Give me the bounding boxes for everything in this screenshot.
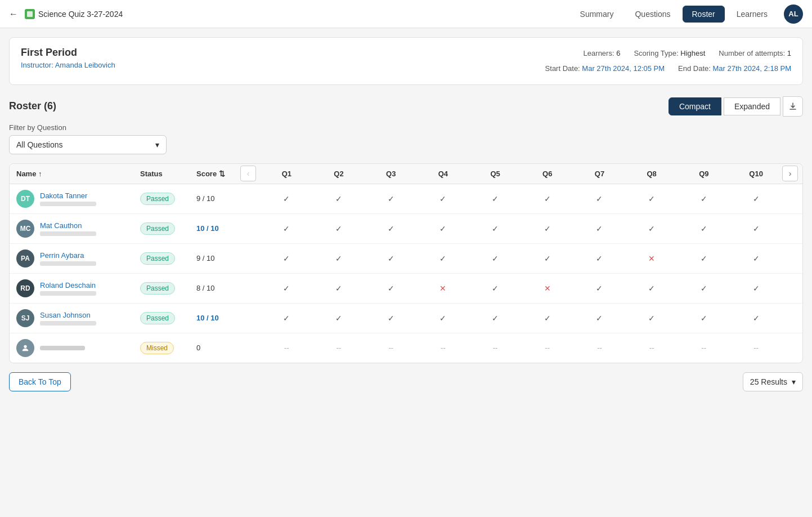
dash-icon: -- bbox=[649, 344, 654, 352]
question-cell-q4: -- bbox=[417, 333, 469, 363]
tab-learners[interactable]: Learners bbox=[727, 6, 777, 23]
check-icon: ✓ bbox=[439, 224, 446, 233]
question-cell-q5: ✓ bbox=[469, 273, 522, 303]
tab-questions[interactable]: Questions bbox=[625, 6, 680, 23]
avatar bbox=[16, 339, 34, 357]
check-icon: ✓ bbox=[388, 224, 394, 233]
tab-summary[interactable]: Summary bbox=[571, 6, 623, 23]
check-icon: ✓ bbox=[283, 254, 290, 263]
check-icon: ✓ bbox=[492, 314, 499, 323]
learner-name-cell: RDRoland Deschain bbox=[10, 273, 133, 303]
status-badge: Passed bbox=[140, 282, 175, 295]
question-cell-q9: ✓ bbox=[678, 243, 730, 273]
results-select[interactable]: 25 Results ▾ bbox=[743, 372, 803, 391]
col-nav-next: › bbox=[782, 164, 802, 184]
check-icon: ✓ bbox=[753, 254, 760, 263]
avatar: MC bbox=[16, 220, 34, 238]
avatar: RD bbox=[16, 279, 34, 297]
tab-roster[interactable]: Roster bbox=[683, 6, 725, 23]
check-icon: ✓ bbox=[283, 284, 290, 293]
results-value: 25 Results bbox=[750, 377, 787, 386]
compact-view-button[interactable]: Compact bbox=[669, 97, 721, 115]
quiz-title: Science Quiz 3-27-2024 bbox=[25, 9, 123, 19]
table-row: RDRoland DeschainPassed8 / 10✓✓✓✕✓✕✓✓✓✓ bbox=[10, 273, 802, 303]
next-questions-button[interactable]: › bbox=[782, 166, 798, 181]
check-icon: ✓ bbox=[648, 224, 655, 233]
col-nav-prev: ‹ bbox=[240, 164, 261, 184]
check-icon: ✓ bbox=[335, 314, 342, 323]
check-icon: ✓ bbox=[439, 194, 446, 203]
question-cell-q10: ✓ bbox=[730, 184, 782, 213]
question-cell-q10: ✓ bbox=[730, 243, 782, 273]
filter-label: Filter by Question bbox=[9, 123, 803, 132]
dash-icon: -- bbox=[753, 344, 759, 352]
question-cell-q2: ✓ bbox=[313, 213, 365, 243]
learner-name-link[interactable]: Perrin Aybara bbox=[40, 251, 96, 260]
status-cell: Passed bbox=[133, 303, 190, 333]
question-cell-q4: ✓ bbox=[417, 303, 469, 333]
class-title: First Period bbox=[21, 47, 115, 59]
col-q3: Q3 bbox=[365, 164, 417, 184]
check-icon: ✓ bbox=[283, 314, 290, 323]
learner-name-link[interactable]: Roland Deschain bbox=[40, 281, 96, 289]
check-icon: ✓ bbox=[439, 254, 446, 263]
roster-table: Name ↑ Status Score ⇅ ‹ Q1 Q2 Q3 Q4 Q5 Q… bbox=[10, 164, 802, 363]
svg-point-1 bbox=[24, 345, 26, 347]
back-arrow-icon: ← bbox=[9, 9, 18, 19]
status-cell: Missed bbox=[133, 333, 190, 363]
col-q7: Q7 bbox=[573, 164, 626, 184]
info-card: First Period Instructor: Amanda Leibovic… bbox=[9, 37, 803, 85]
svg-rect-0 bbox=[27, 11, 33, 17]
question-cell-q10: ✓ bbox=[730, 303, 782, 333]
question-cell-q8: ✓ bbox=[626, 273, 678, 303]
status-badge: Missed bbox=[140, 342, 174, 354]
scoring-info: Scoring Type: Highest bbox=[634, 47, 705, 60]
info-right: Learners: 6 Scoring Type: Highest Number… bbox=[545, 47, 791, 75]
back-to-top-button[interactable]: Back To Top bbox=[9, 372, 71, 391]
download-button[interactable] bbox=[783, 96, 803, 117]
dash-icon: -- bbox=[545, 344, 550, 352]
dash-icon: -- bbox=[493, 344, 498, 352]
col-q4: Q4 bbox=[417, 164, 469, 184]
question-cell-q3: ✓ bbox=[365, 303, 417, 333]
col-q8: Q8 bbox=[626, 164, 678, 184]
chevron-down-icon: ▾ bbox=[792, 377, 796, 386]
question-cell-q9: ✓ bbox=[678, 184, 730, 213]
check-icon: ✓ bbox=[388, 194, 394, 203]
learner-name-link[interactable]: Dakota Tanner bbox=[40, 191, 96, 200]
question-cell-q1: -- bbox=[261, 333, 313, 363]
col-q1: Q1 bbox=[261, 164, 313, 184]
roster-title: Roster (6) bbox=[9, 100, 56, 112]
check-icon: ✓ bbox=[753, 194, 760, 203]
nav-spacer-cell bbox=[240, 303, 261, 333]
check-icon: ✓ bbox=[596, 194, 603, 203]
cross-icon: ✕ bbox=[439, 284, 446, 293]
col-score[interactable]: Score ⇅ bbox=[190, 164, 240, 184]
table-row: PAPerrin AybaraPassed9 / 10✓✓✓✓✓✓✓✕✓✓ bbox=[10, 243, 802, 273]
filter-section: Filter by Question All Questions ▾ bbox=[9, 123, 803, 154]
question-cell-q7: ✓ bbox=[573, 273, 626, 303]
nav-spacer-cell bbox=[240, 273, 261, 303]
question-cell-q9: -- bbox=[678, 333, 730, 363]
back-button[interactable]: ← bbox=[9, 9, 18, 19]
expanded-view-button[interactable]: Expanded bbox=[724, 97, 780, 115]
avatar: PA bbox=[16, 249, 34, 268]
check-icon: ✓ bbox=[439, 314, 446, 323]
check-icon: ✓ bbox=[335, 194, 342, 203]
filter-select[interactable]: All Questions ▾ bbox=[9, 135, 167, 154]
learner-name-link[interactable]: Susan Johnson bbox=[40, 311, 96, 319]
check-icon: ✓ bbox=[701, 224, 707, 233]
question-cell-q10: ✓ bbox=[730, 213, 782, 243]
question-cell-q6: ✓ bbox=[521, 303, 573, 333]
learner-name-link[interactable]: Mat Cauthon bbox=[40, 221, 96, 230]
question-cell-q8: ✕ bbox=[626, 243, 678, 273]
question-cell-q3: ✓ bbox=[365, 213, 417, 243]
filter-value: All Questions bbox=[16, 140, 62, 149]
prev-questions-button[interactable]: ‹ bbox=[240, 166, 256, 181]
nav-spacer-cell bbox=[240, 213, 261, 243]
question-cell-q1: ✓ bbox=[261, 273, 313, 303]
user-avatar[interactable]: AL bbox=[784, 5, 803, 24]
check-icon: ✓ bbox=[388, 284, 394, 293]
col-name[interactable]: Name ↑ bbox=[10, 164, 133, 184]
check-icon: ✓ bbox=[335, 224, 342, 233]
